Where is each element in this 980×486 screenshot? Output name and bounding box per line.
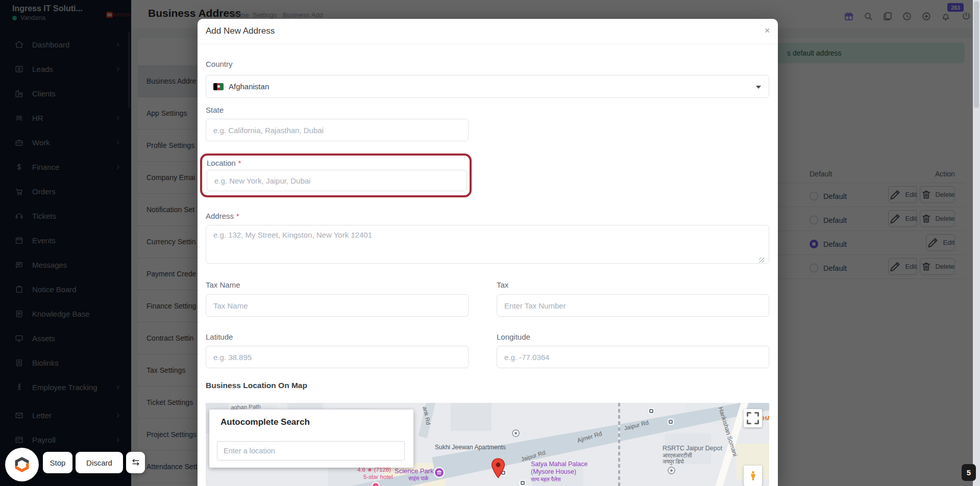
map-label-science-park-hi: साइंस पार्क <box>408 475 428 482</box>
close-icon[interactable]: × <box>761 24 774 37</box>
map-label-satya-mahal-hi: सत्य महल पैलेस <box>531 476 561 483</box>
agent-logo-button[interactable] <box>5 448 39 481</box>
longitude-label: Longitude <box>497 332 530 341</box>
map-label-satya-mahal: Satya Mahal Palace <box>531 461 587 468</box>
map-poi-marker[interactable] <box>668 467 675 474</box>
fullscreen-icon <box>744 409 762 427</box>
autocomplete-input[interactable] <box>217 441 405 461</box>
map-label-mysore-house: (Mysore House) <box>531 468 576 475</box>
autocomplete-title: Autocomplete Search <box>220 417 310 427</box>
window-scrollbar[interactable] <box>973 0 980 486</box>
tax-name-label: Tax Name <box>206 280 240 289</box>
add-address-modal: Add New Address × Country Afghanistan St… <box>198 19 778 486</box>
map-label-cutoff: HA <box>763 415 769 421</box>
bus-stop-icon[interactable] <box>648 408 654 414</box>
required-asterisk: * <box>236 212 239 220</box>
tax-number-input[interactable] <box>497 294 769 317</box>
pegman-button[interactable] <box>744 466 762 486</box>
fullscreen-button[interactable] <box>744 409 762 427</box>
state-label: State <box>206 106 224 114</box>
page-badge: 5 <box>962 464 976 481</box>
agent-logo-icon <box>12 455 32 474</box>
country-value: Afghanistan <box>229 82 269 91</box>
map-poi-marker[interactable] <box>512 429 520 437</box>
map-label-science-park: Science Park <box>395 467 434 475</box>
screen: Ingress IT Soluti... Vandana IN GRESS Da… <box>0 0 980 486</box>
museum-poi-icon[interactable] <box>434 467 445 478</box>
caret-down-icon <box>756 86 761 89</box>
map-label-rsrtc-hi2: जयपुर डिपो <box>663 458 684 465</box>
afghanistan-flag-icon <box>213 83 224 90</box>
autocomplete-card: Autocomplete Search <box>209 410 413 468</box>
bus-stop-icon[interactable] <box>668 419 674 425</box>
state-input[interactable] <box>206 119 469 141</box>
swap-arrows-icon <box>131 457 141 468</box>
address-textarea[interactable] <box>206 225 769 264</box>
map-label-hotel: 5-star hotel <box>363 474 393 480</box>
location-label: Location* <box>207 159 241 167</box>
latitude-label: Latitude <box>206 332 233 341</box>
map-railway <box>618 403 620 486</box>
country-select[interactable]: Afghanistan <box>206 75 769 98</box>
required-asterisk: * <box>238 159 241 167</box>
tax-name-input[interactable] <box>206 294 469 317</box>
map-label-rsrtc: RSRTC Jaipur Depot <box>663 445 722 452</box>
red-map-pin[interactable] <box>491 458 505 478</box>
bus-stop-icon[interactable] <box>520 480 526 486</box>
business-location-map[interactable]: aghan Path ank Rd Sukhi Jeewan Apartment… <box>206 403 769 486</box>
discard-button[interactable]: Discard <box>76 452 123 473</box>
tax-label: Tax <box>497 280 508 289</box>
stop-button[interactable]: Stop <box>43 452 72 473</box>
map-section-heading: Business Location On Map <box>206 381 307 390</box>
address-label: Address* <box>206 212 239 220</box>
map-building <box>451 403 492 431</box>
map-label-poi: Sukhi Jeewan Apartments <box>435 444 506 451</box>
longitude-input[interactable] <box>497 346 769 368</box>
country-label: Country <box>206 60 233 68</box>
location-input[interactable] <box>207 170 467 191</box>
modal-header: Add New Address × <box>198 19 778 44</box>
scrollbar-thumb[interactable] <box>974 1 979 108</box>
swap-button[interactable] <box>126 452 145 473</box>
modal-title: Add New Address <box>206 26 275 36</box>
latitude-input[interactable] <box>206 346 469 368</box>
